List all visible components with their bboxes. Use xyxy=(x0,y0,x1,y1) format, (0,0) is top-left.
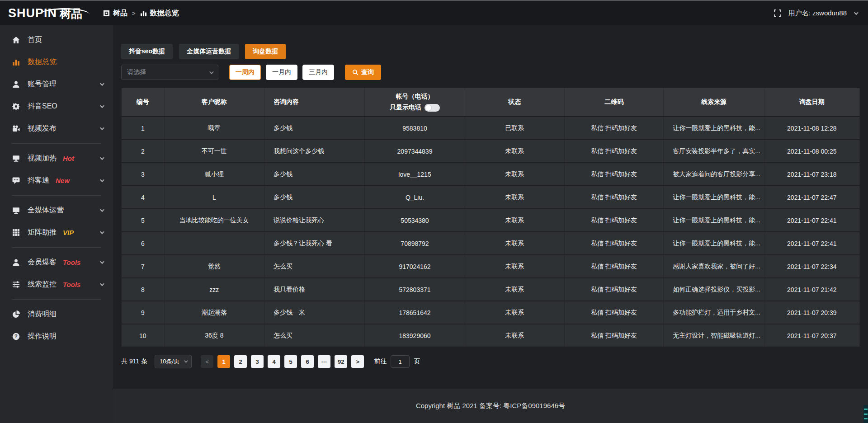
cell-qrcode[interactable]: 私信 扫码加好友 xyxy=(565,232,664,254)
page-button-1[interactable]: 1 xyxy=(217,355,230,368)
cell-no: 6 xyxy=(122,232,165,254)
cell-content: 多少钱一米 xyxy=(264,301,365,324)
cell-nickname: 哦章 xyxy=(165,117,264,139)
cell-no: 1 xyxy=(122,117,165,139)
cell-source[interactable]: 客厅安装投影半年多了，真实... xyxy=(664,140,764,162)
cell-status: 未联系 xyxy=(465,163,565,185)
cell-qrcode[interactable]: 私信 扫码加好友 xyxy=(565,301,664,324)
sidebar-item-label: 操作说明 xyxy=(28,332,57,341)
sidebar-item-badge: VIP xyxy=(63,229,74,236)
cell-source[interactable]: 多功能护栏灯，适用于乡村文... xyxy=(664,301,764,324)
sidebar-item-lead-monitor[interactable]: 线索监控Tools xyxy=(0,273,113,296)
cell-account: Q_Liu. xyxy=(365,186,465,208)
cell-account: 917024162 xyxy=(365,255,465,277)
page-button-4[interactable]: 4 xyxy=(268,355,280,368)
cell-source[interactable]: 感谢大家喜欢我家，被问了好... xyxy=(664,255,764,277)
cell-source[interactable]: 如何正确选择投影仪，买投影... xyxy=(664,278,764,301)
chevron-down-icon xyxy=(100,103,104,108)
sidebar-item-label: 矩阵助推 xyxy=(28,228,57,237)
sidebar-item-matrix-boost[interactable]: 矩阵助推VIP xyxy=(0,221,113,244)
next-page-button[interactable]: > xyxy=(351,355,364,368)
breadcrumb-root[interactable]: 树品 xyxy=(113,9,127,18)
page-size-select[interactable]: 10条/页 xyxy=(155,355,192,368)
page-button-2[interactable]: 2 xyxy=(234,355,247,368)
cell-qrcode[interactable]: 私信 扫码加好友 xyxy=(565,163,664,185)
sidebar-item-data-overview[interactable]: 数据总览 xyxy=(0,51,113,73)
sidebar-item-label: 抖音SEO xyxy=(28,102,57,111)
sidebar-item-consumption[interactable]: 消费明细 xyxy=(0,303,113,325)
cell-nickname: 觉然 xyxy=(165,255,264,277)
select-chevron-down-icon xyxy=(209,70,214,74)
page-button-6[interactable]: 6 xyxy=(301,355,314,368)
page-button-3[interactable]: 3 xyxy=(251,355,264,368)
table-header-row: 编号客户昵称咨询内容帐号（电话）只显示电话状态二维码线索来源询盘日期 xyxy=(122,88,860,117)
cell-nickname: 当地比较能吃的一位美女 xyxy=(165,209,264,231)
cell-content: 多少钱？让我死心 看 xyxy=(264,232,365,254)
floating-widget[interactable] xyxy=(863,405,868,423)
phone-only-toggle[interactable] xyxy=(425,104,440,112)
header-cell-3: 帐号（电话）只显示电话 xyxy=(365,88,465,116)
sidebar-item-help[interactable]: ?操作说明 xyxy=(0,325,113,348)
cell-qrcode[interactable]: 私信 扫码加好友 xyxy=(565,117,664,139)
cell-content: 我只看价格 xyxy=(264,278,365,301)
cell-source[interactable]: 让你一眼就爱上的黑科技，能... xyxy=(664,186,764,208)
cell-qrcode[interactable]: 私信 扫码加好友 xyxy=(565,186,664,208)
cell-qrcode[interactable]: 私信 扫码加好友 xyxy=(565,324,664,347)
range-button-0[interactable]: 一周内 xyxy=(229,65,261,80)
page-ellipsis-button[interactable]: ··· xyxy=(318,355,330,368)
cell-date: 2021-11-07 21:42 xyxy=(764,278,860,301)
sidebar-item-member-burst[interactable]: 会员爆客Tools xyxy=(0,251,113,273)
cell-account: 178651642 xyxy=(365,301,465,324)
tab-0[interactable]: 抖音seo数据 xyxy=(121,44,173,59)
sidebar-item-media-ops[interactable]: 全媒体运营 xyxy=(0,199,113,221)
cell-qrcode[interactable]: 私信 扫码加好友 xyxy=(565,140,664,162)
cell-qrcode[interactable]: 私信 扫码加好友 xyxy=(565,255,664,277)
cell-content: 怎么买 xyxy=(264,255,365,277)
table-row: 2不可一世我想问这个多少钱2097344839未联系私信 扫码加好友客厅安装投影… xyxy=(122,140,860,163)
cell-source[interactable]: 被大家追着问的客厅投影分享... xyxy=(664,163,764,185)
pagination: 共 911 条10条/页<123456···92>前往页 xyxy=(121,355,860,368)
search-button[interactable]: 查询 xyxy=(345,65,381,80)
sidebar-divider xyxy=(12,299,101,300)
tab-2[interactable]: 询盘数据 xyxy=(245,44,286,59)
chevron-down-icon xyxy=(100,81,104,86)
sidebar-item-video-heat[interactable]: 视频加热Hot xyxy=(0,147,113,169)
sidebar-item-doukotong[interactable]: 抖客通New xyxy=(0,169,113,192)
sidebar-item-home[interactable]: 首页 xyxy=(0,29,113,51)
chart-icon xyxy=(12,58,20,66)
cell-account: love__1215 xyxy=(365,163,465,185)
cell-source[interactable]: 让你一眼就爱上的黑科技，能... xyxy=(664,117,764,139)
filter-select[interactable]: 请选择 xyxy=(121,65,218,80)
goto-page: 前往页 xyxy=(374,355,420,368)
chevron-down-icon xyxy=(100,155,104,160)
sidebar-item-badge: Hot xyxy=(63,155,74,162)
page-button-92[interactable]: 92 xyxy=(335,355,347,368)
username-label[interactable]: 用户名: zswodun88 xyxy=(788,9,847,18)
topbar: SHUPIN 树品 树品 > 数据总览 用户名: zswodun88 xyxy=(0,1,868,25)
header-cell-5: 二维码 xyxy=(565,88,664,116)
sidebar-item-label: 全媒体运营 xyxy=(28,206,64,215)
goto-page-input[interactable] xyxy=(391,355,410,368)
prev-page-button[interactable]: < xyxy=(201,355,213,368)
cell-qrcode[interactable]: 私信 扫码加好友 xyxy=(565,209,664,231)
cell-qrcode[interactable]: 私信 扫码加好友 xyxy=(565,278,664,301)
cell-source[interactable]: 让你一眼就爱上的黑科技，能... xyxy=(664,209,764,231)
range-button-1[interactable]: 一月内 xyxy=(266,65,297,80)
chevron-down-icon xyxy=(100,207,104,212)
tab-1[interactable]: 全媒体运营数据 xyxy=(179,44,239,59)
cell-source[interactable]: 让你一眼就爱上的黑科技，能... xyxy=(664,232,764,254)
sidebar-item-account[interactable]: 账号管理 xyxy=(0,73,113,95)
user-chevron-down-icon[interactable] xyxy=(854,10,859,15)
sidebar-item-video-publish[interactable]: 视频发布 xyxy=(0,118,113,140)
cell-source[interactable]: 无主灯设计，智能磁吸轨道灯... xyxy=(664,324,764,347)
header-cell-1: 客户昵称 xyxy=(165,88,264,116)
sidebar-item-douyin-seo[interactable]: 抖音SEO xyxy=(0,95,113,118)
page-button-5[interactable]: 5 xyxy=(284,355,297,368)
fullscreen-icon[interactable] xyxy=(774,9,781,17)
sidebar-item-label: 线索监控 xyxy=(28,280,57,289)
table-row: 5当地比较能吃的一位美女说说价格让我死心50534380未联系私信 扫码加好友让… xyxy=(122,209,860,232)
sidebar-divider xyxy=(12,143,101,144)
range-button-2[interactable]: 三月内 xyxy=(302,65,334,80)
cell-no: 5 xyxy=(122,209,165,231)
header-cell-2: 咨询内容 xyxy=(264,88,365,116)
